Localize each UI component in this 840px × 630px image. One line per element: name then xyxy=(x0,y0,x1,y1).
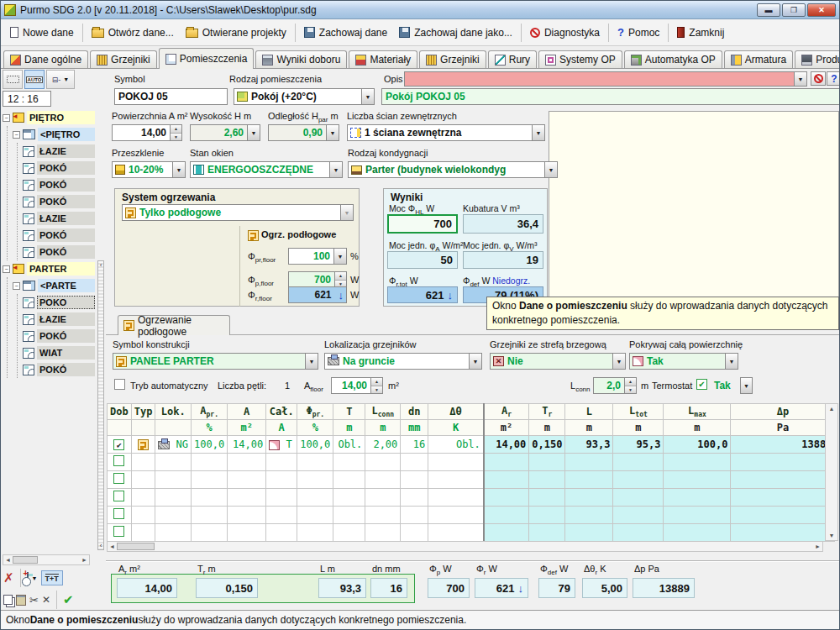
tab-pomieszczenia[interactable]: Pomieszczenia xyxy=(159,48,255,69)
toolbar-button-save-as[interactable]: Zachowaj dane jako... xyxy=(393,24,518,42)
sidebar-horizontal-scrollbar[interactable]: ◄ ► xyxy=(3,554,90,565)
collapse-left-icon[interactable]: ‹ xyxy=(100,542,102,549)
cell-phipr[interactable] xyxy=(297,507,333,524)
cell-a[interactable]: 14,00 xyxy=(228,436,266,454)
tree-room-row[interactable]: POKÓ xyxy=(23,160,95,176)
l-conn-stepper[interactable]: 2,0 ▲▼ xyxy=(593,377,637,394)
tree-plan-row[interactable]: −<PARTE xyxy=(13,277,95,294)
tab-rury[interactable]: Rury xyxy=(488,50,537,68)
cell-lok[interactable]: NG xyxy=(155,436,192,454)
tree-storey-row[interactable]: −PARTER xyxy=(3,260,95,277)
edit-mode-button[interactable] xyxy=(3,70,23,89)
toolbar-button-exit[interactable]: Zamknij xyxy=(671,24,730,42)
column-header[interactable]: Lmax xyxy=(664,404,731,420)
join-rooms-button[interactable]: T+T xyxy=(41,570,63,585)
delete-room-icon[interactable]: ✗ xyxy=(3,570,14,585)
auto-mode-checkbox[interactable] xyxy=(114,379,125,390)
table-vertical-scrollbar[interactable]: ▲▼ xyxy=(825,403,838,541)
tree-room-row[interactable]: POKÓ xyxy=(23,328,95,344)
cell-phipr[interactable] xyxy=(297,489,333,507)
cell-cal[interactable] xyxy=(266,489,297,507)
cell-a[interactable] xyxy=(228,471,266,489)
distance-combobox[interactable]: 0,90▼ xyxy=(268,124,339,141)
tree-room-row[interactable]: WIAT xyxy=(23,344,95,361)
cell-lconn[interactable] xyxy=(365,524,401,542)
cell-typ[interactable] xyxy=(131,507,155,524)
cell-lok[interactable] xyxy=(155,507,192,524)
thermostat-combobox[interactable]: Tak▼ xyxy=(711,377,753,394)
column-header[interactable]: Apr. xyxy=(192,404,228,420)
tab-dane-og-lne[interactable]: Dane ogólne xyxy=(3,50,88,68)
spinner-icons[interactable]: ▲▼ xyxy=(170,125,181,140)
windows-state-combobox[interactable]: ENERGOOSZCZĘDNE▼ xyxy=(190,161,343,178)
toolbar-button-folder-open[interactable]: Otwórz dane... xyxy=(86,24,180,42)
cell-dn[interactable] xyxy=(401,471,428,489)
cell-dob[interactable] xyxy=(108,507,132,524)
cell-t[interactable] xyxy=(333,507,365,524)
expand-icon[interactable]: − xyxy=(13,131,20,139)
column-header[interactable]: T xyxy=(333,404,365,420)
row-checkbox[interactable] xyxy=(113,508,124,519)
ext-walls-combobox[interactable]: 1 ściana zewnętrzna▼ xyxy=(347,124,545,141)
expand-icon[interactable]: − xyxy=(3,114,10,122)
close-button[interactable]: ✕ xyxy=(807,3,836,17)
cell-phipr[interactable] xyxy=(297,471,333,489)
scroll-down-icon[interactable]: ▼ xyxy=(829,533,835,538)
glazing-combobox[interactable]: 10-20%▼ xyxy=(112,161,186,178)
cell-lconn[interactable]: 2,00 xyxy=(365,436,401,454)
cell-lok[interactable] xyxy=(155,524,192,542)
tree-room-row[interactable]: ŁAZIE xyxy=(23,311,95,328)
toolbar-button-folder-projects[interactable]: Otwierane projekty xyxy=(180,24,292,42)
tree-room-row[interactable]: POKÓ xyxy=(23,361,95,378)
cell-apr[interactable] xyxy=(192,471,228,489)
chevron-down-icon[interactable]: ▼ xyxy=(532,125,544,140)
column-header[interactable]: Φpr. xyxy=(297,404,333,420)
heating-system-combobox[interactable]: Tylko podłogowe▼ xyxy=(122,204,354,221)
cell-dob[interactable] xyxy=(108,471,132,489)
area-stepper[interactable]: 14,00 ▲▼ xyxy=(112,124,182,141)
expand-icon[interactable]: − xyxy=(13,282,20,290)
diagnostics-small-button[interactable] xyxy=(811,71,826,86)
cell-dn[interactable] xyxy=(401,454,428,471)
column-header[interactable]: Dob xyxy=(108,404,132,420)
construction-symbol-combobox[interactable]: PANELE PARTER▼ xyxy=(113,353,318,370)
row-checkbox[interactable]: ✔ xyxy=(113,439,124,450)
cell-apr[interactable] xyxy=(192,507,228,524)
chevron-down-icon[interactable]: ▼ xyxy=(612,354,625,369)
tab-armatura[interactable]: Armatura xyxy=(724,50,793,68)
edge-zone-combobox[interactable]: ✕ Nie▼ xyxy=(490,353,626,370)
height-combobox[interactable]: 2,60▼ xyxy=(190,124,260,141)
cut-icon[interactable]: ✂ xyxy=(29,594,39,606)
scroll-left-icon[interactable]: ◄ xyxy=(109,543,115,549)
cell-a[interactable] xyxy=(228,524,266,542)
cell-dn[interactable] xyxy=(401,524,428,542)
expand-icon[interactable]: − xyxy=(3,265,10,273)
cell-a[interactable] xyxy=(228,489,266,507)
scroll-left-icon[interactable]: ◄ xyxy=(5,557,11,563)
cell-typ[interactable] xyxy=(131,454,155,471)
cell-lconn[interactable] xyxy=(365,454,401,471)
cell-t[interactable] xyxy=(333,454,365,471)
spinner-icons[interactable]: ▲▼ xyxy=(334,272,346,287)
cell-dtheta[interactable] xyxy=(428,489,484,507)
cell-apr[interactable] xyxy=(192,454,228,471)
cell-dtheta[interactable]: Obl. xyxy=(428,436,484,454)
chevron-down-icon[interactable]: ▼ xyxy=(740,377,753,394)
cell-dtheta[interactable] xyxy=(428,524,484,542)
auto-mode-button[interactable]: AUTO xyxy=(24,70,45,89)
cell-typ[interactable] xyxy=(131,489,155,507)
notes-panel[interactable] xyxy=(549,111,839,304)
add-room-button[interactable]: + xyxy=(27,573,29,583)
cell-typ[interactable] xyxy=(131,436,155,454)
tab-floor-heating[interactable]: Ogrzewanie podłogowe xyxy=(118,315,230,335)
tab-systemy-op[interactable]: Systemy OP xyxy=(538,50,622,68)
cell-t[interactable] xyxy=(333,471,365,489)
cell-dob[interactable] xyxy=(108,489,132,507)
cell-apr[interactable]: 100,0 xyxy=(192,436,228,454)
description-combobox[interactable]: ▼ xyxy=(404,71,807,87)
cell-dtheta[interactable] xyxy=(428,454,484,471)
column-header[interactable]: Cał. xyxy=(266,404,297,420)
column-header[interactable]: A xyxy=(228,404,266,420)
cell-phipr[interactable] xyxy=(297,454,333,471)
copy-icon[interactable] xyxy=(3,595,13,605)
